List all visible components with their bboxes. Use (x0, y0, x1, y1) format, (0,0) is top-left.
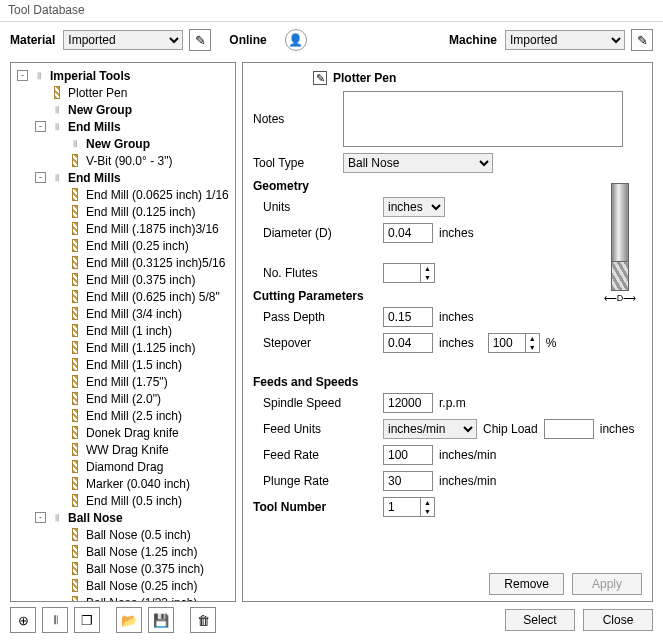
toolno-field[interactable] (384, 498, 420, 516)
tree-item[interactable]: WW Drag Knife (13, 441, 235, 458)
tree-item[interactable]: Ball Nose (1/32 inch) (13, 594, 235, 601)
tree-item[interactable]: End Mill (0.375 inch) (13, 271, 235, 288)
open-button[interactable]: 📂 (116, 607, 142, 633)
machine-label: Machine (449, 33, 497, 47)
tree-item[interactable]: Ball Nose (0.25 inch) (13, 577, 235, 594)
tree-item[interactable]: -⦀Ball Nose (13, 509, 235, 526)
endmill-icon (67, 426, 82, 440)
machine-select[interactable]: Imported (505, 30, 625, 50)
tree-item[interactable]: End Mill (0.25 inch) (13, 237, 235, 254)
tool-enabled-checkbox[interactable]: ✎ (313, 71, 327, 85)
up-arrow-icon[interactable]: ▲ (421, 264, 434, 273)
close-button[interactable]: Close (583, 609, 653, 631)
noflutes-label: No. Flutes (253, 266, 353, 280)
toolno-label: Tool Number (253, 500, 353, 514)
down-arrow-icon[interactable]: ▼ (421, 507, 434, 516)
chipload-field[interactable] (544, 419, 594, 439)
tree-item[interactable]: End Mill (3/4 inch) (13, 305, 235, 322)
down-arrow-icon[interactable]: ▼ (526, 343, 539, 352)
feedunits-select[interactable]: inches/min (383, 419, 477, 439)
new-group-button[interactable]: ⦀ (42, 607, 68, 633)
tree-item[interactable]: End Mill (1.5 inch) (13, 356, 235, 373)
tree-item[interactable]: -⦀End Mills (13, 169, 235, 186)
tree-item[interactable]: End Mill (0.3125 inch)5/16 (13, 254, 235, 271)
copy-button[interactable]: ❐ (74, 607, 100, 633)
remove-button[interactable]: Remove (489, 573, 564, 595)
tree-item[interactable]: End Mill (1 inch) (13, 322, 235, 339)
delete-button[interactable]: 🗑 (190, 607, 216, 633)
tree-item[interactable]: End Mill (1.75") (13, 373, 235, 390)
spindle-field[interactable] (383, 393, 433, 413)
tool-name: Plotter Pen (333, 71, 396, 85)
tree-item[interactable]: End Mill (0.125 inch) (13, 203, 235, 220)
tree-item-label: End Mill (0.625 inch) 5/8" (86, 290, 220, 304)
plunge-label: Plunge Rate (253, 474, 353, 488)
window-title: Tool Database (0, 0, 663, 22)
noflutes-field[interactable] (384, 264, 420, 282)
collapse-icon[interactable]: - (35, 512, 46, 523)
edit-machine-button[interactable]: ✎ (631, 29, 653, 51)
online-account-button[interactable]: 👤 (285, 29, 307, 51)
tool-tree-scroll[interactable]: -⦀Imperial ToolsPlotter Pen⦀New Group-⦀E… (11, 63, 235, 601)
endmill-icon (67, 341, 82, 355)
tree-item[interactable]: Plotter Pen (13, 84, 235, 101)
stepover-pct-stepper[interactable]: ▲▼ (488, 333, 540, 353)
tool-tree: -⦀Imperial ToolsPlotter Pen⦀New Group-⦀E… (10, 62, 236, 602)
toolno-stepper[interactable]: ▲▼ (383, 497, 435, 517)
material-label: Material (10, 33, 55, 47)
stepover-field[interactable] (383, 333, 433, 353)
tree-item[interactable]: ⦀New Group (13, 135, 235, 152)
down-arrow-icon[interactable]: ▼ (421, 273, 434, 282)
tree-item-label: End Mills (68, 171, 121, 185)
tree-item[interactable]: Diamond Drag (13, 458, 235, 475)
collapse-icon[interactable]: - (17, 70, 28, 81)
noflutes-stepper[interactable]: ▲▼ (383, 263, 435, 283)
endmill-icon (67, 222, 82, 236)
tree-item[interactable]: End Mill (.1875 inch)3/16 (13, 220, 235, 237)
tree-item[interactable]: Ball Nose (0.375 inch) (13, 560, 235, 577)
tree-item[interactable]: V-Bit (90.0° - 3") (13, 152, 235, 169)
tree-item-label: End Mill (0.25 inch) (86, 239, 189, 253)
endmill-icon (67, 324, 82, 338)
tool-group-icon: ⦀ (31, 69, 46, 83)
tree-item[interactable]: End Mill (2.5 inch) (13, 407, 235, 424)
spindle-unit: r.p.m (439, 396, 466, 410)
tree-item[interactable]: Marker (0.040 inch) (13, 475, 235, 492)
chipload-unit: inches (600, 422, 635, 436)
select-button[interactable]: Select (505, 609, 575, 631)
tree-item[interactable]: Ball Nose (1.25 inch) (13, 543, 235, 560)
tree-item[interactable]: End Mill (2.0") (13, 390, 235, 407)
feedrate-field[interactable] (383, 445, 433, 465)
feedrate-label: Feed Rate (253, 448, 353, 462)
up-arrow-icon[interactable]: ▲ (421, 498, 434, 507)
feedrate-unit: inches/min (439, 448, 496, 462)
stepover-pct-field[interactable] (489, 334, 525, 352)
tree-item-label: New Group (86, 137, 150, 151)
notes-field[interactable] (343, 91, 623, 147)
new-tool-button[interactable]: ⊕ (10, 607, 36, 633)
tree-item[interactable]: End Mill (0.0625 inch) 1/16 (13, 186, 235, 203)
tool-group-icon: ⦀ (49, 511, 64, 525)
tool-preview: ⟵D⟶ (602, 183, 638, 303)
edit-material-button[interactable]: ✎ (189, 29, 211, 51)
material-select[interactable]: Imported (63, 30, 183, 50)
collapse-icon[interactable]: - (35, 121, 46, 132)
collapse-icon[interactable]: - (35, 172, 46, 183)
group-icon: ⦀ (53, 612, 58, 628)
tree-item[interactable]: End Mill (0.5 inch) (13, 492, 235, 509)
up-arrow-icon[interactable]: ▲ (526, 334, 539, 343)
tree-item[interactable]: End Mill (1.125 inch) (13, 339, 235, 356)
plunge-field[interactable] (383, 471, 433, 491)
save-button[interactable]: 💾 (148, 607, 174, 633)
tree-item[interactable]: -⦀Imperial Tools (13, 67, 235, 84)
tree-item[interactable]: -⦀End Mills (13, 118, 235, 135)
units-select[interactable]: inches (383, 197, 445, 217)
tree-item[interactable]: End Mill (0.625 inch) 5/8" (13, 288, 235, 305)
diameter-field[interactable] (383, 223, 433, 243)
tree-item[interactable]: Donek Drag knife (13, 424, 235, 441)
tree-item-label: End Mill (3/4 inch) (86, 307, 182, 321)
tree-item[interactable]: ⦀New Group (13, 101, 235, 118)
tree-item[interactable]: Ball Nose (0.5 inch) (13, 526, 235, 543)
tooltype-select[interactable]: Ball Nose (343, 153, 493, 173)
passdepth-field[interactable] (383, 307, 433, 327)
